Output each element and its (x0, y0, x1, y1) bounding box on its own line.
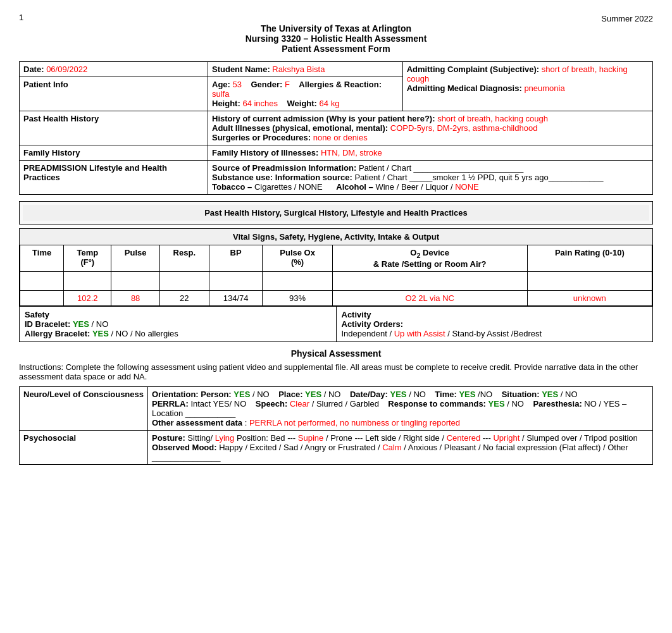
centered-yes: Centered (447, 433, 480, 443)
adult-illnesses-label: Adult Illnesses (physical, emotional, me… (212, 123, 388, 133)
speech-rest: / Slurred / Garbled (312, 399, 379, 409)
psychosocial-label-cell: Psychosocial (20, 430, 148, 464)
allergy-bracelet-yes: YES (92, 329, 109, 338)
pulse-ox-value: 93% (263, 290, 332, 305)
course-title: Nursing 3320 – Holistic Health Assessmen… (19, 34, 653, 44)
family-illnesses-label: Family History of Illnesses: (212, 148, 318, 157)
past-health-content: History of current admission (Why is you… (208, 111, 653, 145)
pain-value: unknown (527, 290, 652, 305)
substance-text: Patient / Chart _____smoker 1 ½ PPD, qui… (354, 173, 603, 182)
time-value (20, 290, 64, 305)
date-student-row: Date: 06/09/2022 Student Name: Rakshya B… (20, 62, 653, 77)
surgeries-value: none or denies (313, 133, 368, 142)
neuro-perrla: PERRLA: Intact YES/ NO Speech: Clear / S… (152, 399, 649, 418)
tobacco-alcohol: Tobacco – Cigarettes / NONE Alcohol – Wi… (212, 182, 649, 192)
height-weight-row: Height: 64 inches Weight: 64 kg (212, 99, 399, 108)
centered-rest: --- (483, 433, 491, 443)
pain-empty (527, 271, 652, 290)
admitting-diagnosis-value: pneumonia (524, 83, 564, 93)
physical-assessment-section: Physical Assessment Instructions: Comple… (19, 348, 653, 465)
past-health-history-section-header: Past Health History, Surgical History, L… (23, 205, 649, 221)
time-label: Time: (435, 390, 456, 399)
place-label: Place: (278, 390, 302, 399)
neuro-label-cell: Neuro/Level of Consciousness (20, 386, 148, 430)
family-history-label: Family History (20, 145, 208, 161)
student-name-cell: Student Name: Rakshya Bista (208, 62, 403, 77)
instructions-text: Instructions: Complete the following ass… (19, 362, 653, 381)
id-bracelet: ID Bracelet: YES / NO (25, 319, 331, 329)
patient-info-label-cell: Patient Info (20, 77, 208, 111)
substance-use: Substance use: Information source: Patie… (212, 173, 649, 182)
commands-yes: YES (488, 399, 505, 409)
o2-empty (332, 271, 527, 290)
speech-yes: Clear (290, 399, 309, 409)
activity-orders: Independent / Up with Assist / Stand-by … (342, 329, 648, 338)
bp-value: 134/74 (209, 290, 263, 305)
current-admission-label: History of current admission (Why is you… (212, 114, 435, 123)
allergy-bracelet: Allergy Bracelet: YES / NO / No allergie… (25, 329, 331, 338)
supine-rest: / Prone --- Left side / Right side / (326, 433, 444, 443)
time-yes: YES (459, 390, 475, 399)
temp-header: Temp(F°) (64, 245, 111, 272)
preadmission-source: Source of Preadmission Information: Pati… (212, 163, 649, 173)
tobacco-text: Cigarettes / NONE (254, 182, 323, 192)
safety-activity-row: Safety ID Bracelet: YES / NO Allergy Bra… (20, 306, 652, 341)
temp-value: 102.2 (64, 290, 111, 305)
paresthesia-label: Paresthesia: (533, 399, 582, 409)
alcohol-label: Alcohol – (336, 182, 373, 192)
orders-rest: / Stand-by Assist /Bedrest (447, 329, 542, 338)
allergy-bracelet-rest: / NO / No allergies (111, 329, 178, 338)
weight-label: Weight: (287, 99, 317, 108)
neuro-other: Other assessment data : PERRLA not perfo… (152, 418, 649, 427)
surgeries-label: Surgeries or Procedures: (212, 133, 313, 142)
alcohol-text: Wine / Beer / Liquor / (375, 182, 455, 192)
commands-rest: / NO (507, 399, 524, 409)
age-value: 53 (233, 80, 242, 89)
activity-label: Activity (342, 310, 648, 319)
admitting-diagnosis: Admitting Medical Diagnosis: pneumonia (407, 83, 649, 93)
time-header: Time (20, 245, 64, 272)
allergies-label: Allergies & Reaction: (299, 80, 382, 89)
pulse-ox-header: Pulse Ox(%) (263, 245, 332, 272)
header: The University of Texas at Arlington Nur… (19, 23, 653, 54)
tobacco-label: Tobacco – (212, 182, 252, 192)
height-value: 64 inches (242, 99, 278, 108)
perrla-label: PERRLA: (152, 399, 189, 409)
psychosocial-posture: Posture: Sitting/ Lying Position: Bed --… (152, 433, 649, 443)
bp-header: BP (209, 245, 263, 272)
patient-info-details-cell: Age: 53 Gender: F Allergies & Reaction: … (208, 77, 403, 111)
neuro-other-label: Other assessment data (152, 418, 242, 427)
allergy-bracelet-label: Allergy Bracelet: (25, 329, 90, 338)
place-yes: YES (305, 390, 321, 399)
bp-empty (209, 271, 263, 290)
id-bracelet-rest: / NO (92, 319, 109, 329)
o2-device-header: O2 Device& Rate /Setting or Room Air? (332, 245, 527, 272)
upright-rest: / Slumped over / Tripod position (522, 433, 638, 443)
orders-highlight: Up with Assist (394, 329, 445, 338)
age-label: Age: (212, 80, 230, 89)
vitals-empty-row (20, 271, 652, 290)
psychosocial-content-cell: Posture: Sitting/ Lying Position: Bed --… (148, 430, 653, 464)
activity-cell: Activity Activity Orders: Independent / … (336, 306, 652, 341)
substance-label: Substance use: (212, 173, 273, 182)
height-label: Height: (212, 99, 240, 108)
neuro-orientation: Orientation: Person: YES / NO Place: YES… (152, 390, 649, 399)
place-rest: / NO (324, 390, 341, 399)
date-value: 06/09/2022 (46, 65, 87, 74)
resp-header: Resp. (159, 245, 209, 272)
posture-label: Posture: (152, 433, 185, 443)
mood-yes: Calm (382, 443, 401, 452)
mood-label: Observed Mood: (152, 443, 217, 452)
allergies-value: sulfa (212, 89, 229, 99)
psychosocial-mood: Observed Mood: Happy / Excited / Sad / A… (152, 443, 649, 462)
physical-header: Physical Assessment (19, 348, 653, 359)
o2-device-value: O2 2L via NC (332, 290, 527, 305)
safety-label: Safety (25, 310, 331, 319)
past-health-row: Past Health History History of current a… (20, 111, 653, 145)
time-empty (20, 271, 64, 290)
student-name-value: Rakshya Bista (272, 65, 325, 74)
posture-text: Sitting/ (187, 433, 213, 443)
substance-info-label: Information source: (275, 173, 352, 182)
neuro-row: Neuro/Level of Consciousness Orientation… (20, 386, 653, 430)
orientation-label: Orientation: (152, 390, 199, 399)
